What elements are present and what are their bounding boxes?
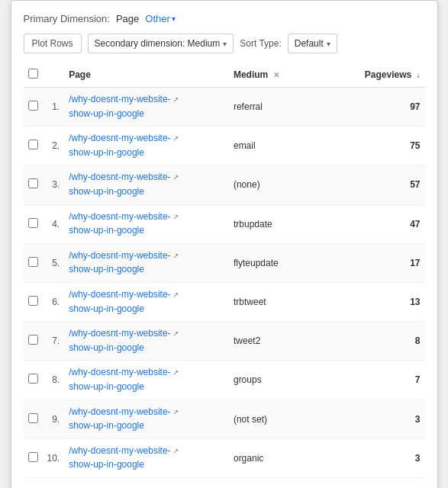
pageviews-cell: 3 <box>335 400 425 438</box>
row-checkbox-cell <box>24 400 43 438</box>
row-number: 5. <box>43 243 65 282</box>
page-cell[interactable]: /why-doesnt-my-website-↗show-up-in-googl… <box>64 243 229 282</box>
row-number: 6. <box>43 282 65 321</box>
row-checkbox-cell <box>24 88 43 127</box>
header-checkbox-cell <box>24 63 43 88</box>
secondary-dim-chevron-icon: ▾ <box>223 40 227 48</box>
data-table: Page Medium ✕ Pageviews ↓ 1./why-doesnt-… <box>24 63 425 478</box>
row-checkbox[interactable] <box>28 374 38 384</box>
table-row: 8./why-doesnt-my-website-↗show-up-in-goo… <box>24 361 425 400</box>
primary-dimension-label: Primary Dimension: <box>24 13 110 24</box>
row-checkbox-cell <box>24 322 43 361</box>
row-number: 3. <box>43 165 65 204</box>
medium-cell: email <box>229 127 335 165</box>
external-link-icon: ↗ <box>172 251 179 261</box>
primary-dimension-row: Primary Dimension: Page Other ▾ <box>24 13 425 24</box>
primary-dimension-page[interactable]: Page <box>116 13 139 24</box>
row-checkbox-cell <box>24 165 43 204</box>
medium-cell: trbtweet <box>229 282 335 321</box>
sort-default-dropdown[interactable]: Default ▾ <box>288 34 337 53</box>
select-all-checkbox[interactable] <box>28 69 38 79</box>
table-row: 4./why-doesnt-my-website-↗show-up-in-goo… <box>24 204 425 243</box>
header-page: Page <box>64 63 229 88</box>
row-checkbox[interactable] <box>28 218 38 228</box>
external-link-icon: ↗ <box>172 172 179 182</box>
page-cell[interactable]: /why-doesnt-my-website-↗show-up-in-googl… <box>64 127 229 165</box>
pageviews-cell: 97 <box>335 88 425 127</box>
page-cell[interactable]: /why-doesnt-my-website-↗show-up-in-googl… <box>64 438 229 477</box>
plot-rows-button[interactable]: Plot Rows <box>24 34 82 53</box>
pageviews-cell: 7 <box>335 361 425 400</box>
page-cell[interactable]: /why-doesnt-my-website-↗show-up-in-googl… <box>64 361 229 400</box>
external-link-icon: ↗ <box>172 407 179 417</box>
primary-dimension-other[interactable]: Other ▾ <box>145 13 176 24</box>
row-number: 9. <box>43 400 65 438</box>
row-checkbox[interactable] <box>28 296 38 306</box>
row-checkbox[interactable] <box>28 178 38 188</box>
row-checkbox[interactable] <box>28 452 38 462</box>
table-row: 1./why-doesnt-my-website-↗show-up-in-goo… <box>24 88 425 127</box>
row-checkbox[interactable] <box>28 101 38 111</box>
medium-cell: organic <box>229 438 335 477</box>
medium-cell: referral <box>229 88 335 127</box>
page-cell[interactable]: /why-doesnt-my-website-↗show-up-in-googl… <box>64 165 229 204</box>
page-link: /why-doesnt-my-website-↗show-up-in-googl… <box>69 211 224 237</box>
table-row: 2./why-doesnt-my-website-↗show-up-in-goo… <box>24 127 425 165</box>
row-number: 1. <box>43 88 65 127</box>
pageviews-cell: 57 <box>335 165 425 204</box>
pageviews-cell: 47 <box>335 204 425 243</box>
row-number: 2. <box>43 127 65 165</box>
page-link: /why-doesnt-my-website-↗show-up-in-googl… <box>69 250 224 276</box>
pageviews-sort-icon[interactable]: ↓ <box>417 71 421 79</box>
row-checkbox-cell <box>24 361 43 400</box>
header-pageviews: Pageviews ↓ <box>335 63 425 88</box>
row-checkbox[interactable] <box>28 335 38 345</box>
header-medium: Medium ✕ <box>229 63 335 88</box>
page-link: /why-doesnt-my-website-↗show-up-in-googl… <box>69 133 224 159</box>
page-cell[interactable]: /why-doesnt-my-website-↗show-up-in-googl… <box>64 282 229 321</box>
page-link: /why-doesnt-my-website-↗show-up-in-googl… <box>69 94 224 120</box>
page-cell[interactable]: /why-doesnt-my-website-↗show-up-in-googl… <box>64 88 229 127</box>
pageviews-cell: 75 <box>335 127 425 165</box>
toolbar: Plot Rows Secondary dimension: Medium ▾ … <box>24 34 425 53</box>
external-link-icon: ↗ <box>172 95 179 104</box>
row-number: 10. <box>43 438 65 477</box>
medium-filter-icon[interactable]: ✕ <box>273 71 279 79</box>
table-row: 6./why-doesnt-my-website-↗show-up-in-goo… <box>24 282 425 321</box>
pageviews-cell: 3 <box>335 438 425 477</box>
medium-cell: trbupdate <box>229 204 335 243</box>
row-number: 7. <box>43 322 65 361</box>
page-link: /why-doesnt-my-website-↗show-up-in-googl… <box>69 289 224 315</box>
table-row: 3./why-doesnt-my-website-↗show-up-in-goo… <box>24 165 425 204</box>
pageviews-cell: 8 <box>335 322 425 361</box>
main-container: Primary Dimension: Page Other ▾ Plot Row… <box>11 0 438 488</box>
medium-cell: flyteupdate <box>229 243 335 282</box>
row-number: 8. <box>43 361 65 400</box>
table-row: 9./why-doesnt-my-website-↗show-up-in-goo… <box>24 400 425 438</box>
external-link-icon: ↗ <box>172 290 179 300</box>
external-link-icon: ↗ <box>172 368 179 377</box>
row-checkbox[interactable] <box>28 140 38 149</box>
page-cell[interactable]: /why-doesnt-my-website-↗show-up-in-googl… <box>64 400 229 438</box>
row-checkbox-cell <box>24 127 43 165</box>
page-link: /why-doesnt-my-website-↗show-up-in-googl… <box>69 328 224 354</box>
row-checkbox-cell <box>24 438 43 477</box>
sort-chevron-icon: ▾ <box>327 40 330 48</box>
row-checkbox[interactable] <box>28 257 38 267</box>
medium-cell: (none) <box>229 165 335 204</box>
page-cell[interactable]: /why-doesnt-my-website-↗show-up-in-googl… <box>64 204 229 243</box>
page-cell[interactable]: /why-doesnt-my-website-↗show-up-in-googl… <box>64 322 229 361</box>
page-link: /why-doesnt-my-website-↗show-up-in-googl… <box>69 172 224 197</box>
other-chevron-icon: ▾ <box>172 14 176 23</box>
external-link-icon: ↗ <box>172 329 179 339</box>
medium-cell: groups <box>229 361 335 400</box>
secondary-dimension-dropdown[interactable]: Secondary dimension: Medium ▾ <box>88 34 234 53</box>
external-link-icon: ↗ <box>172 446 179 456</box>
page-link: /why-doesnt-my-website-↗show-up-in-googl… <box>69 367 224 393</box>
page-link: /why-doesnt-my-website-↗show-up-in-googl… <box>69 406 224 432</box>
row-checkbox[interactable] <box>28 413 38 423</box>
sort-type-label: Sort Type: <box>240 38 281 49</box>
row-number: 4. <box>43 204 65 243</box>
page-link: /why-doesnt-my-website-↗show-up-in-googl… <box>69 445 224 471</box>
table-row: 5./why-doesnt-my-website-↗show-up-in-goo… <box>24 243 425 282</box>
